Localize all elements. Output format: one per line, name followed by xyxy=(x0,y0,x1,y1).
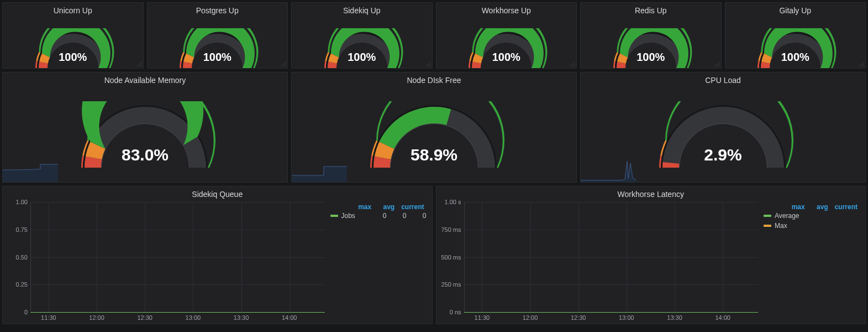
x-tick-label: 11:30 xyxy=(475,312,490,321)
y-tick-label: 750 ms xyxy=(441,226,464,233)
legend: maxavgcurrent Jobs 0 0 0 xyxy=(327,200,432,324)
panel-title: Gitaly Up xyxy=(725,3,866,16)
x-tick-label: 13:00 xyxy=(619,312,634,321)
legend-series-name: Max xyxy=(775,222,860,230)
gauge-small-2[interactable]: Sidekiq Up 100% xyxy=(291,2,433,69)
svg-marker-1 xyxy=(292,167,347,182)
x-tick-label: 13:30 xyxy=(667,312,682,321)
panel-title: Node Available Memory xyxy=(3,72,287,86)
y-tick-label: 0 ns xyxy=(450,309,465,315)
gauge-value: 2.9% xyxy=(704,146,741,164)
legend-series-name: Average xyxy=(775,212,860,220)
x-tick-label: 12:30 xyxy=(571,312,586,321)
gauge-small-5[interactable]: Gitaly Up 100% xyxy=(725,2,866,69)
plot-area[interactable]: 1.00 s 750 ms 500 ms 250 ms 0 ns 11:30 1… xyxy=(464,202,759,313)
legend-series-name: Jobs xyxy=(341,212,367,220)
chart-panel-0[interactable]: Sidekiq Queue 1.00 0.75 0.50 0.25 0 11:3… xyxy=(2,186,433,324)
y-tick-label: 1.00 xyxy=(16,199,31,205)
panel-title: Sidekiq Queue xyxy=(3,186,432,200)
gauge-body: 100% xyxy=(436,16,577,68)
y-tick-label: 500 ms xyxy=(441,254,464,261)
gauge-value: 100% xyxy=(59,51,87,64)
legend-swatch-icon xyxy=(330,215,338,217)
legend-header: avg xyxy=(378,203,394,211)
gauge-value: 58.9% xyxy=(411,146,457,164)
series-line xyxy=(30,312,325,313)
legend-current: 0 xyxy=(410,212,427,220)
panel-title: Workhorse Up xyxy=(436,3,577,16)
panel-title: Postgres Up xyxy=(148,3,288,16)
x-tick-label: 12:00 xyxy=(523,312,538,321)
x-tick-label: 12:00 xyxy=(89,312,104,321)
legend-avg: 0 xyxy=(390,212,407,220)
series-line xyxy=(464,312,759,313)
legend-row[interactable]: Max xyxy=(764,221,860,231)
gauge-value: 100% xyxy=(781,51,809,64)
panel-title: CPU Load xyxy=(581,72,865,86)
gauge-value: 100% xyxy=(636,51,665,64)
gauge-body: 100% xyxy=(148,16,288,68)
gauge-value: 100% xyxy=(492,51,520,64)
x-tick-label: 14:00 xyxy=(715,312,730,321)
legend-swatch-icon xyxy=(764,215,771,217)
gauge-small-1[interactable]: Postgres Up 100% xyxy=(147,2,288,69)
panel-title: Node DIsk Free xyxy=(292,72,576,86)
legend-header: max xyxy=(788,203,805,211)
gauge-med-2[interactable]: CPU Load 2.9% xyxy=(580,72,866,183)
x-tick-label: 12:30 xyxy=(137,312,152,321)
x-tick-label: 11:30 xyxy=(41,312,56,321)
panel-title: Unicorn Up xyxy=(3,3,143,16)
legend: maxavgcurrent Average Max xyxy=(760,200,865,324)
panel-title: Workhorse Latency xyxy=(436,186,866,200)
gauge-body: 100% xyxy=(3,16,143,68)
plot-area[interactable]: 1.00 0.75 0.50 0.25 0 11:30 12:00 12:30 … xyxy=(30,202,325,313)
legend-header: current xyxy=(835,203,858,211)
x-tick-label: 13:00 xyxy=(186,312,201,321)
legend-header: max xyxy=(355,203,371,211)
y-tick-label: 0.25 xyxy=(16,281,31,288)
y-tick-label: 250 ms xyxy=(441,281,464,288)
y-tick-label: 0.50 xyxy=(16,254,31,261)
gauge-body: 100% xyxy=(725,16,866,68)
gauge-small-3[interactable]: Workhorse Up 100% xyxy=(436,2,577,69)
gauge-med-0[interactable]: Node Available Memory 83.0% xyxy=(2,72,288,183)
gauge-body: 100% xyxy=(292,16,432,68)
gauge-body: 100% xyxy=(581,16,721,68)
legend-row[interactable]: Average xyxy=(764,211,860,221)
legend-header: current xyxy=(401,203,424,211)
x-tick-label: 13:30 xyxy=(234,312,249,321)
gauge-value: 100% xyxy=(348,51,376,64)
y-tick-label: 1.00 s xyxy=(445,199,465,205)
y-tick-label: 0.75 xyxy=(16,226,31,233)
x-tick-label: 14:00 xyxy=(282,312,297,321)
legend-max: 0 xyxy=(370,212,387,220)
gauge-small-0[interactable]: Unicorn Up 100% xyxy=(2,2,144,69)
legend-swatch-icon xyxy=(764,225,771,227)
legend-row[interactable]: Jobs 0 0 0 xyxy=(330,211,427,221)
chart-panel-1[interactable]: Workhorse Latency 1.00 s 750 ms 500 ms 2… xyxy=(436,186,866,324)
gauge-value: 100% xyxy=(203,51,232,64)
gauge-med-1[interactable]: Node DIsk Free 58.9% xyxy=(291,72,577,183)
svg-marker-0 xyxy=(3,164,58,182)
panel-title: Redis Up xyxy=(581,3,721,16)
gauge-small-4[interactable]: Redis Up 100% xyxy=(580,2,722,69)
panel-title: Sidekiq Up xyxy=(292,3,432,16)
gauge-value: 83.0% xyxy=(122,146,169,164)
legend-header: avg xyxy=(812,203,828,211)
